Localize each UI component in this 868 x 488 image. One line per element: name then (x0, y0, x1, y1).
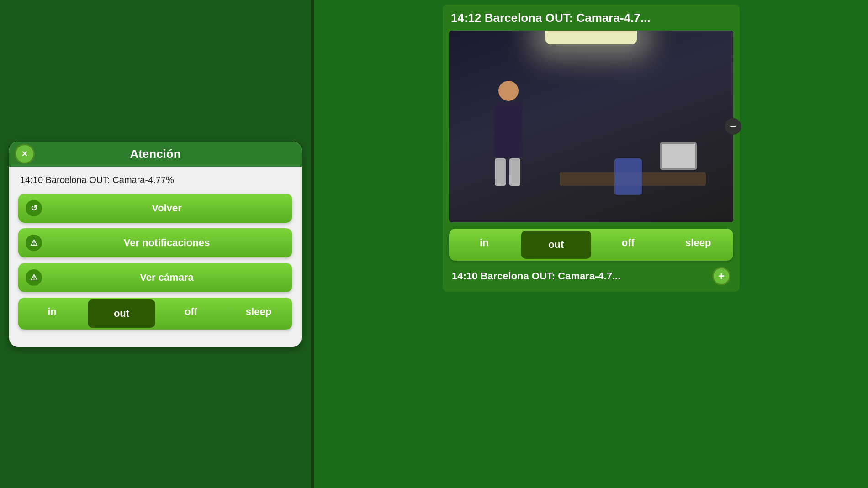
close-button[interactable]: × (15, 144, 35, 164)
bottom-notification: 14:10 Barcelona OUT: Camara-4.7... + (449, 267, 733, 285)
monitor (660, 142, 697, 170)
chair (614, 158, 642, 195)
toggle-off[interactable]: off (157, 298, 225, 330)
toggle-out[interactable]: out (88, 299, 155, 328)
right-toggle-in[interactable]: in (449, 229, 519, 261)
ver-camara-button[interactable]: ⚠ Ver cámara (18, 263, 292, 292)
modal-card: × Atención 14:10 Barcelona OUT: Camara-4… (9, 142, 302, 347)
ver-notificaciones-button[interactable]: ⚠ Ver notificaciones (18, 228, 292, 257)
camera-feed (449, 31, 733, 222)
person-body (495, 103, 522, 157)
volver-button[interactable]: ↺ Volver (18, 194, 292, 223)
panel-divider (311, 0, 314, 488)
left-panel: × Atención 14:10 Barcelona OUT: Camara-4… (0, 0, 311, 488)
notification-text: 14:10 Barcelona OUT: Camara-4.77% (18, 175, 292, 185)
leg-left (495, 158, 506, 186)
plus-button[interactable]: + (712, 267, 730, 285)
modal-title: Atención (16, 147, 294, 161)
right-toggle-off[interactable]: off (593, 229, 663, 261)
camera-scene (449, 31, 733, 222)
ceiling-light (545, 31, 637, 44)
notificaciones-icon: ⚠ (26, 235, 42, 251)
right-toggle-bar: in out off sleep (449, 229, 733, 261)
minus-button[interactable]: − (725, 118, 741, 135)
camera-feed-wrapper: − (449, 31, 733, 222)
ver-camara-label: Ver cámara (48, 272, 285, 283)
camara-icon: ⚠ (26, 269, 42, 286)
person-head (498, 81, 519, 101)
volver-label: Volver (48, 202, 285, 214)
person-silhouette (495, 103, 522, 186)
toggle-in[interactable]: in (18, 298, 86, 330)
camera-title: 14:12 Barcelona OUT: Camara-4.7... (449, 11, 733, 25)
camera-card: 14:12 Barcelona OUT: Camara-4.7... (443, 5, 740, 292)
right-toggle-out[interactable]: out (521, 231, 592, 259)
ver-notificaciones-label: Ver notificaciones (48, 237, 285, 249)
left-toggle-bar: in out off sleep (18, 298, 292, 330)
modal-header: × Atención (9, 142, 302, 167)
right-toggle-sleep[interactable]: sleep (663, 229, 734, 261)
person-legs (495, 158, 522, 186)
leg-right (509, 158, 520, 186)
toggle-sleep[interactable]: sleep (225, 298, 292, 330)
modal-body: 14:10 Barcelona OUT: Camara-4.77% ↺ Volv… (9, 167, 302, 338)
volver-icon: ↺ (26, 200, 42, 216)
right-panel: 14:12 Barcelona OUT: Camara-4.7... (314, 0, 868, 488)
bottom-notif-text: 14:10 Barcelona OUT: Camara-4.7... (452, 270, 620, 282)
